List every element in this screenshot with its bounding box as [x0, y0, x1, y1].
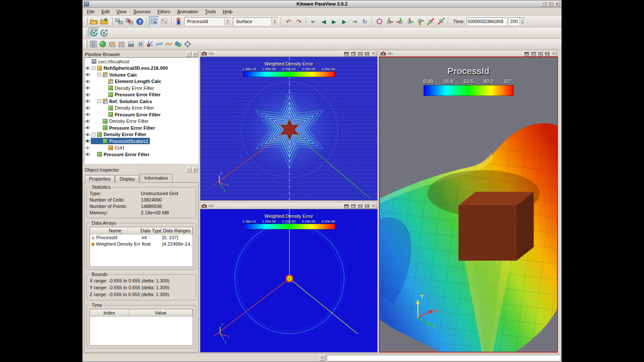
- link-view-icon[interactable]: [208, 203, 214, 209]
- color-legend-button[interactable]: [174, 17, 183, 26]
- visibility-eye-icon[interactable]: [84, 93, 91, 97]
- pipeline-tree-item[interactable]: −Density Error Filter: [84, 131, 198, 138]
- colorbar-density-bottom[interactable]: Weighted Density Error 1.38e-121.05e-062…: [243, 214, 335, 229]
- vcr-first-frame-button[interactable]: ⇤: [308, 16, 319, 27]
- pipeline-tree-item[interactable]: Cut1: [84, 145, 198, 151]
- pipeline-tree-item[interactable]: csrc://localhost: [84, 58, 198, 65]
- clip-filter-button[interactable]: [107, 39, 117, 49]
- colorbar-density-top[interactable]: Weighted Density Error 1.38e-121.05e-062…: [243, 61, 335, 77]
- pipeline-tree-item[interactable]: −NohSpherical3D.exo.216.000: [84, 65, 198, 72]
- time-table[interactable]: Index Value: [89, 309, 193, 346]
- object-inspector-header[interactable]: Object Inspector ▫ ×: [84, 166, 199, 173]
- pipeline-tree-item[interactable]: Pressure Error Filter: [84, 125, 198, 131]
- contour-filter-button[interactable]: [98, 39, 107, 49]
- split-horizontal-button[interactable]: [357, 203, 363, 209]
- tab-information[interactable]: Information: [140, 174, 173, 182]
- set-view-minus-z-button[interactable]: [436, 16, 446, 27]
- pipeline-tree-item[interactable]: Element Length Calc: [84, 78, 198, 85]
- menu-view[interactable]: View: [113, 8, 130, 15]
- visibility-eye-icon[interactable]: [84, 119, 91, 123]
- visibility-eye-icon[interactable]: [84, 73, 91, 77]
- maximize-view-button[interactable]: [350, 203, 356, 209]
- split-vertical-button[interactable]: [364, 203, 370, 209]
- undock-view-button[interactable]: [523, 51, 529, 56]
- color-by-combobox[interactable]: ProcessId ▲▼: [184, 17, 231, 26]
- maximize-view-button[interactable]: [350, 51, 356, 56]
- visibility-eye-icon[interactable]: [84, 86, 91, 90]
- spinbox-arrows-icon[interactable]: ▲▼: [519, 18, 525, 25]
- pipeline-tree-item[interactable]: Pressure Error Filter: [84, 92, 198, 98]
- visibility-eye-icon[interactable]: [84, 133, 91, 136]
- table-row[interactable]: ProcessId int [0, 107]: [90, 234, 193, 240]
- menu-help[interactable]: Help: [219, 8, 236, 15]
- pipeline-tree-item[interactable]: Density Error Filter: [84, 105, 198, 112]
- float-panel-button[interactable]: ▫: [186, 52, 191, 57]
- maximize-view-button[interactable]: [530, 51, 536, 56]
- close-panel-button[interactable]: ×: [192, 52, 198, 57]
- pipeline-tree-item[interactable]: Pressure Error Filter: [84, 111, 198, 118]
- menu-tools[interactable]: Tools: [202, 8, 220, 15]
- connect-server-button[interactable]: [114, 16, 124, 27]
- abort-progress-button[interactable]: ×: [319, 355, 325, 361]
- pipeline-tree-item[interactable]: −Ref. Solution Calcs: [84, 98, 198, 105]
- menu-sources[interactable]: Sources: [130, 8, 154, 15]
- menu-file[interactable]: File: [83, 8, 98, 15]
- visibility-eye-icon[interactable]: [84, 139, 91, 143]
- open-file-button[interactable]: [89, 16, 99, 27]
- combo-arrows-icon[interactable]: ▲▼: [271, 18, 278, 25]
- close-view-button[interactable]: ×: [370, 203, 376, 209]
- undock-view-button[interactable]: [343, 203, 349, 209]
- minimize-button[interactable]: –: [540, 1, 546, 6]
- render-canvas-density-top[interactable]: Y X Z Weighted Density Error 1.38e-121.0…: [200, 56, 378, 201]
- pipeline-browser-header[interactable]: Pipeline Browser ▫ ×: [84, 51, 199, 57]
- warp-filter-button[interactable]: [164, 39, 173, 49]
- maximize-button[interactable]: □: [547, 1, 553, 6]
- slice-filter-button[interactable]: [117, 39, 126, 49]
- menu-filters[interactable]: Filters: [154, 8, 174, 15]
- reset-camera-button[interactable]: [374, 16, 385, 27]
- visibility-eye-icon[interactable]: [84, 66, 91, 70]
- split-vertical-button[interactable]: [544, 51, 550, 56]
- time-value-field[interactable]: [466, 18, 507, 25]
- close-button[interactable]: ×: [554, 1, 560, 6]
- extract-subset-filter-button[interactable]: [136, 39, 145, 49]
- probe-location-button[interactable]: [183, 39, 192, 49]
- data-arrays-table[interactable]: Name Data Type Data Ranges ProcessId int…: [89, 227, 193, 267]
- visibility-eye-icon[interactable]: [84, 80, 91, 83]
- split-horizontal-button[interactable]: [357, 51, 363, 56]
- toolbar-handle[interactable]: [85, 29, 87, 37]
- save-data-button[interactable]: [99, 16, 109, 27]
- colorbar-processid[interactable]: ProcessId 0.0026.853.580.2107.: [423, 66, 513, 96]
- visibility-eye-icon[interactable]: [84, 152, 91, 156]
- visibility-eye-icon[interactable]: [84, 146, 91, 150]
- set-view-plus-y-button[interactable]: [405, 16, 415, 27]
- redo-button[interactable]: ↷: [294, 16, 304, 27]
- frame-spinbox[interactable]: 200 ▲▼: [508, 18, 525, 25]
- render-canvas-density-bottom[interactable]: Y X Z Weighted Density Error 1.38e-121.0…: [200, 209, 378, 353]
- collapse-icon[interactable]: −: [97, 99, 101, 103]
- help-button[interactable]: ?: [134, 16, 145, 27]
- pipeline-tree-item[interactable]: Density Error Filter: [84, 85, 198, 92]
- table-row[interactable]: Weighted Density Error float [4.22498e-1…: [90, 240, 193, 247]
- combo-arrows-icon[interactable]: ▲▼: [224, 18, 231, 25]
- split-horizontal-button[interactable]: [537, 51, 543, 56]
- tab-properties[interactable]: Properties: [85, 175, 115, 183]
- set-view-plus-x-button[interactable]: [385, 16, 395, 27]
- menu-animation[interactable]: Animation: [174, 8, 202, 15]
- close-panel-button[interactable]: ×: [192, 167, 198, 172]
- toolbar-handle[interactable]: [85, 18, 87, 25]
- link-view-icon[interactable]: [387, 51, 393, 56]
- collapse-icon[interactable]: −: [97, 73, 101, 77]
- undock-view-button[interactable]: [343, 51, 349, 56]
- titlebar[interactable]: Kitware ParaView 3.0.2 – □ ×: [83, 0, 561, 8]
- close-view-button[interactable]: ×: [551, 51, 557, 56]
- collapse-icon[interactable]: −: [92, 66, 95, 70]
- float-panel-button[interactable]: ▫: [186, 167, 191, 172]
- camera-icon[interactable]: [201, 203, 207, 209]
- camera-icon[interactable]: [201, 51, 207, 56]
- vcr-play-button[interactable]: ▶: [329, 16, 339, 27]
- tab-display[interactable]: Display: [115, 175, 139, 183]
- pipeline-tree-item[interactable]: Pressure Error Filter: [84, 151, 198, 158]
- visibility-eye-icon[interactable]: [84, 126, 91, 130]
- menu-edit[interactable]: Edit: [98, 8, 113, 15]
